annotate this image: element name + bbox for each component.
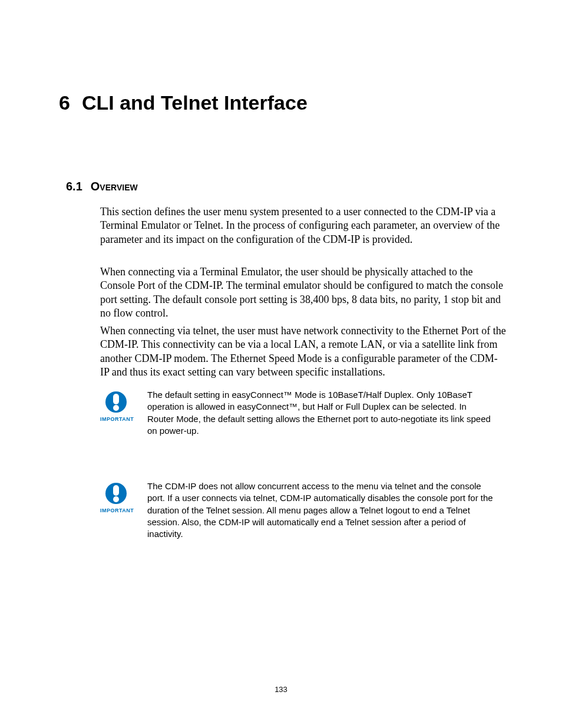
important-text: The default setting in easyConnect™ Mode… [147, 389, 495, 437]
chapter-heading: 6CLI and Telnet Interface [59, 91, 308, 114]
important-icon: IMPORTANT [100, 480, 132, 513]
document-page: 6CLI and Telnet Interface 6.1Overview Th… [0, 0, 562, 728]
important-label: IMPORTANT [100, 416, 132, 422]
chapter-number: 6 [59, 91, 70, 114]
section-number: 6.1 [66, 180, 82, 193]
important-text: The CDM-IP does not allow concurrent acc… [147, 480, 495, 540]
page-number: 133 [0, 685, 562, 694]
svg-point-2 [113, 405, 119, 411]
body-paragraph: When connecting via a Terminal Emulator,… [100, 265, 507, 321]
important-icon: IMPORTANT [100, 389, 132, 422]
section-title: Overview [91, 180, 138, 193]
important-note: IMPORTANT The CDM-IP does not allow conc… [100, 480, 507, 540]
body-paragraph: This section defines the user menu syste… [100, 205, 507, 246]
body-paragraph: When connecting via telnet, the user mus… [100, 324, 507, 380]
section-heading: 6.1Overview [66, 180, 138, 193]
svg-rect-1 [113, 394, 119, 404]
svg-point-5 [113, 496, 119, 502]
important-label: IMPORTANT [100, 508, 132, 513]
svg-rect-4 [113, 485, 119, 496]
important-note: IMPORTANT The default setting in easyCon… [100, 389, 507, 437]
chapter-title: CLI and Telnet Interface [82, 91, 308, 114]
